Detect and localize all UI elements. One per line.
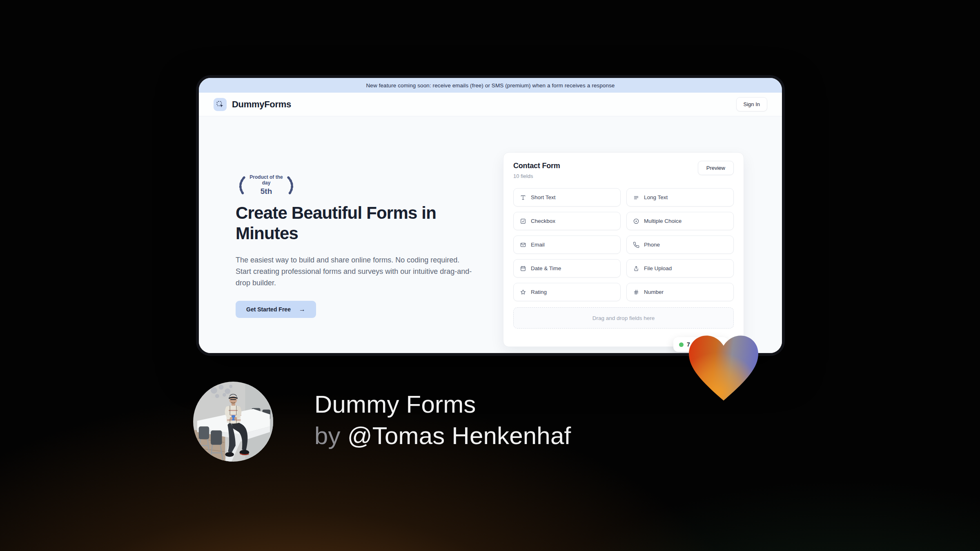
get-started-button[interactable]: Get Started Free →	[236, 301, 316, 318]
award-rank: 5th	[248, 187, 285, 196]
field-item-phone[interactable]: Phone	[626, 236, 734, 254]
field-item-email[interactable]: Email	[513, 236, 621, 254]
announcement-banner: New feature coming soon: receive emails …	[199, 78, 782, 93]
field-item-file-upload[interactable]: File Upload	[626, 259, 734, 278]
envelope-icon	[520, 242, 526, 248]
field-item-rating[interactable]: Rating	[513, 283, 621, 301]
field-item-date-time[interactable]: Date & Time	[513, 259, 621, 278]
gradient-heart-icon	[684, 331, 764, 402]
laurel-right-icon	[286, 175, 297, 196]
field-item-number[interactable]: Number	[626, 283, 734, 301]
align-left-icon	[633, 194, 639, 201]
radio-circle-icon	[633, 218, 639, 224]
hero-description: The easiest way to build and share onlin…	[236, 254, 474, 289]
hash-icon	[633, 289, 639, 295]
promo-background: New feature coming soon: receive emails …	[0, 0, 980, 551]
award-label: Product of the day	[248, 175, 285, 186]
checkbox-icon	[520, 218, 526, 224]
field-item-checkbox[interactable]: Checkbox	[513, 212, 621, 230]
laurel-left-icon	[236, 175, 246, 196]
upload-icon	[633, 265, 639, 272]
brand[interactable]: DummyForms	[214, 98, 291, 111]
phone-icon	[633, 242, 639, 248]
sign-in-button[interactable]: Sign In	[736, 97, 767, 111]
field-type-grid: Short Text Long Text Checkbox	[513, 188, 734, 301]
caption-title: Dummy Forms	[314, 389, 571, 420]
field-item-long-text[interactable]: Long Text	[626, 188, 734, 207]
brand-name: DummyForms	[232, 99, 291, 110]
author-avatar	[193, 382, 273, 462]
product-of-the-day-badge: Product of the day 5th	[236, 174, 297, 197]
logo-icon	[214, 98, 227, 111]
field-item-multiple-choice[interactable]: Multiple Choice	[626, 212, 734, 230]
online-dot-icon	[679, 342, 684, 347]
caption: Dummy Forms by @Tomas Henkenhaf	[314, 389, 571, 451]
caption-author: @Tomas Henkenhaf	[347, 422, 571, 449]
cta-label: Get Started Free	[246, 306, 291, 313]
form-builder-panel: Contact Form 10 fields Preview Short Tex…	[503, 152, 744, 347]
caption-by: by	[314, 422, 341, 449]
star-icon	[520, 289, 526, 295]
dropzone-text: Drag and drop fields here	[592, 315, 655, 321]
drag-drop-zone[interactable]: Drag and drop fields here	[513, 307, 734, 329]
arrow-right-icon: →	[299, 306, 305, 313]
page-title: Create Beautiful Forms in Minutes	[236, 203, 477, 244]
announcement-text: New feature coming soon: receive emails …	[366, 82, 615, 89]
calendar-icon	[520, 265, 526, 272]
field-item-short-text[interactable]: Short Text	[513, 188, 621, 207]
preview-button[interactable]: Preview	[698, 161, 734, 175]
hero-section: Product of the day 5th Create Beautiful …	[199, 116, 782, 353]
type-icon	[520, 194, 526, 201]
site-header: DummyForms Sign In	[199, 93, 782, 116]
browser-window: New feature coming soon: receive emails …	[196, 75, 785, 356]
